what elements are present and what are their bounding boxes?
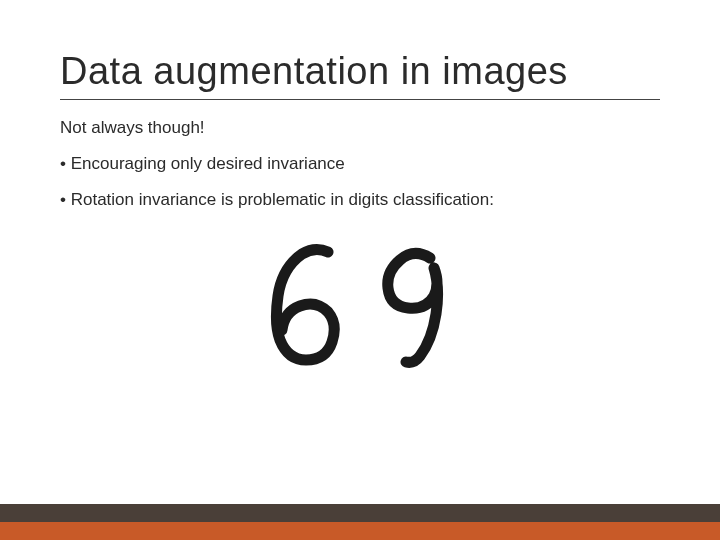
handwritten-digits xyxy=(260,240,460,370)
bullet-item: Encouraging only desired invariance xyxy=(60,154,660,174)
slide: Data augmentation in images Not always t… xyxy=(0,0,720,540)
footer-stripe-orange xyxy=(0,522,720,540)
bullet-item: Rotation invariance is problematic in di… xyxy=(60,190,660,210)
digit-nine-icon xyxy=(370,240,460,370)
footer-bar xyxy=(0,504,720,540)
slide-title: Data augmentation in images xyxy=(60,50,660,100)
slide-subtitle: Not always though! xyxy=(60,118,660,138)
digit-illustration xyxy=(60,240,660,370)
footer-stripe-dark xyxy=(0,504,720,522)
digit-six-icon xyxy=(260,240,350,370)
